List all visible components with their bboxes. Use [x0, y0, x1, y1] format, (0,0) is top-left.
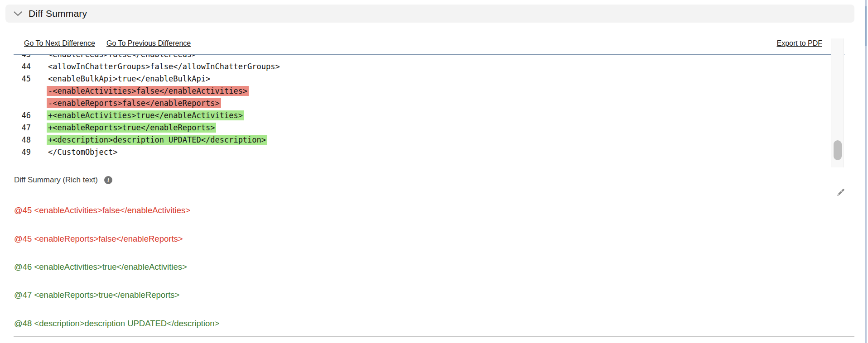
- diff-line: 47+<enableReports>true</enableReports>: [14, 122, 844, 134]
- rich-text-diff-line: @48 <description>description UPDATED</de…: [14, 319, 219, 329]
- rich-text-diff-line: @45 <enableReports>false</enableReports>: [14, 234, 183, 244]
- line-number: 46: [14, 110, 31, 122]
- rich-text-diff-line: @46 <enableActivities>true</enableActivi…: [14, 262, 187, 272]
- diff-line: 49</CustomObject>: [14, 146, 844, 158]
- rich-text-field-label-row: Diff Summary (Rich text) i: [14, 176, 112, 185]
- go-to-previous-difference-link[interactable]: Go To Previous Difference: [106, 39, 191, 48]
- line-text: <enableFeeds>false</enableFeeds>: [47, 54, 198, 59]
- line-text: -<enableActivities>false</enableActiviti…: [47, 86, 249, 96]
- code-scrollbar-track[interactable]: [831, 38, 844, 167]
- diff-code-panel[interactable]: 43<enableFeeds>false</enableFeeds>44<all…: [14, 54, 844, 167]
- line-text: -<enableReports>false</enableReports>: [47, 98, 221, 108]
- export-to-pdf-link[interactable]: Export to PDF: [777, 39, 822, 48]
- diff-lines: 43<enableFeeds>false</enableFeeds>44<all…: [14, 54, 844, 158]
- line-text: <enableBulkApi>true</enableBulkApi>: [47, 74, 212, 84]
- info-icon[interactable]: i: [104, 176, 112, 184]
- pencil-icon: [836, 187, 846, 197]
- edit-field-button[interactable]: [835, 186, 847, 198]
- line-text: <allowInChatterGroups>false</allowInChat…: [47, 62, 281, 71]
- rich-text-diff-line: @45 <enableActivities>false</enableActiv…: [14, 205, 190, 215]
- page-scrollbar-track[interactable]: [865, 0, 867, 343]
- diff-line: 48+<description>description UPDATED</des…: [14, 134, 844, 146]
- line-text: +<enableReports>true</enableReports>: [47, 123, 216, 133]
- diff-line: 45<enableBulkApi>true</enableBulkApi>: [14, 73, 844, 85]
- line-number: 45: [14, 73, 31, 85]
- line-text: +<enableActivities>true</enableActivitie…: [47, 110, 244, 120]
- rich-text-diff-line: @47 <enableReports>true</enableReports>: [14, 290, 179, 300]
- line-number: 49: [14, 146, 31, 158]
- line-text: </CustomObject>: [47, 147, 119, 157]
- line-text: +<description>description UPDATED</descr…: [47, 135, 267, 145]
- line-number: 44: [14, 61, 31, 73]
- section-title: Diff Summary: [29, 8, 87, 19]
- diff-line: 43<enableFeeds>false</enableFeeds>: [14, 54, 844, 61]
- go-to-next-difference-link[interactable]: Go To Next Difference: [24, 39, 95, 48]
- section-bottom-divider: [14, 336, 854, 337]
- diff-summary-section-header[interactable]: Diff Summary: [5, 5, 854, 23]
- line-number: 43: [14, 54, 31, 61]
- code-scrollbar-thumb[interactable]: [834, 140, 842, 160]
- diff-line: -<enableActivities>false</enableActiviti…: [14, 85, 844, 97]
- chevron-down-icon[interactable]: [14, 11, 22, 16]
- line-number: 48: [14, 134, 31, 146]
- diff-line: -<enableReports>false</enableReports>: [14, 97, 844, 110]
- line-number: 47: [14, 122, 31, 134]
- rich-text-field-label: Diff Summary (Rich text): [14, 176, 98, 185]
- page-scrollbar-thumb[interactable]: [865, 6, 867, 46]
- diff-line: 44<allowInChatterGroups>false</allowInCh…: [14, 61, 844, 73]
- diff-line: 46+<enableActivities>true</enableActivit…: [14, 110, 844, 122]
